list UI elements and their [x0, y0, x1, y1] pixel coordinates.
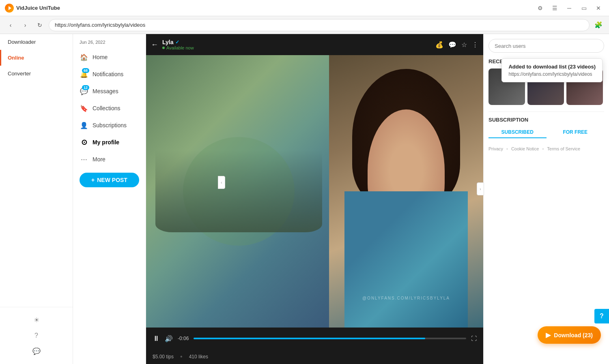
sidebar-label-converter: Converter	[8, 71, 31, 77]
volume-button[interactable]: 🔊	[165, 335, 173, 343]
sidebar-bottom: ☀ ? 💬	[0, 307, 73, 364]
collapse-sidebar-button[interactable]: ‹	[218, 176, 225, 189]
of-nav-subscriptions[interactable]: 👤 Subscriptions	[73, 117, 146, 134]
nav-refresh-button[interactable]: ↻	[34, 19, 45, 31]
collections-icon: 🔖	[80, 104, 88, 113]
of-nav-messages[interactable]: 💬 12 Messages	[73, 83, 146, 100]
footer-privacy-link[interactable]: Privacy	[488, 146, 503, 151]
titlebar-controls: ⚙ ☰ ─ ▭ ✕	[534, 2, 604, 14]
of-nav-collections[interactable]: 🔖 Collections	[73, 100, 146, 117]
of-nav-home-label: Home	[93, 54, 108, 60]
verified-icon: ✓	[175, 39, 179, 45]
video-likes: 410 likes	[189, 354, 208, 360]
nav-back-button[interactable]: ‹	[5, 19, 16, 31]
video-header: ← Lyla ✓ Available now 💰 💬	[146, 34, 483, 55]
of-nav-my-profile-label: My profile	[93, 139, 119, 146]
messages-badge: 12	[82, 85, 89, 90]
sidebar-label-downloader: Downloader	[8, 39, 36, 45]
video-footer: $5.00 tips • 410 likes	[146, 349, 483, 364]
more-options-icon[interactable]: ⋮	[472, 41, 478, 49]
of-date: Jun 26, 2022	[73, 38, 146, 49]
titlebar: VidJuice UniTube ⚙ ☰ ─ ▭ ✕	[0, 0, 609, 16]
new-post-plus-icon: +	[91, 177, 95, 183]
search-input[interactable]	[488, 39, 604, 53]
new-post-button[interactable]: + NEW POST	[80, 173, 139, 187]
expand-right-sidebar-button[interactable]: ›	[483, 182, 484, 195]
sidebar-item-online[interactable]: Online	[0, 50, 73, 66]
of-nav-notifications-label: Notifications	[93, 71, 123, 77]
menu-button[interactable]: ☰	[549, 2, 560, 14]
fullscreen-icon[interactable]: ⛶	[471, 335, 477, 342]
of-sidebar: Jun 26, 2022 🏠 Home 🔔 68 Notifications 💬…	[73, 34, 146, 364]
help-button[interactable]: ?	[0, 328, 73, 343]
download-fab-label: Download (23)	[554, 332, 593, 338]
nav-forward-button[interactable]: ›	[19, 19, 31, 31]
browser-content: Jun 26, 2022 🏠 Home 🔔 68 Notifications 💬…	[73, 34, 609, 364]
star-icon[interactable]: ☆	[461, 41, 467, 49]
of-nav-more-label: More	[93, 156, 105, 163]
for-free-tab[interactable]: FOR FREE	[547, 127, 605, 138]
toast-title: Added to download list (23 videos)	[508, 64, 596, 70]
minimize-button[interactable]: ─	[564, 2, 575, 14]
maximize-button[interactable]: ▭	[578, 2, 590, 14]
video-header-actions: 💰 💬 ☆ ⋮	[435, 41, 478, 49]
subscriptions-icon: 👤	[80, 121, 88, 130]
extensions-button[interactable]: 🧩	[593, 19, 604, 31]
help-fab-button[interactable]: ?	[594, 309, 609, 323]
video-player-area: @ONLYFANS.COM/LYRICSBYLYLA	[146, 55, 483, 328]
sidebar-item-downloader[interactable]: Downloader	[0, 34, 73, 50]
of-main: ▶ Download 📷 0:02 🔒	[146, 34, 483, 364]
footer-terms-link[interactable]: Terms of Service	[547, 146, 580, 151]
home-icon: 🏠	[80, 53, 88, 62]
portrait-silhouette: @ONLYFANS.COM/LYRICSBYLYLA	[329, 55, 483, 328]
close-button[interactable]: ✕	[593, 2, 604, 14]
footer-dot-2: •	[542, 146, 544, 151]
video-back-button[interactable]: ←	[151, 41, 158, 49]
subscribed-tab[interactable]: SUBSCRIBED	[488, 127, 547, 138]
video-status: Available now	[162, 45, 431, 50]
download-fab-icon: ▶	[546, 331, 551, 339]
of-nav-subscriptions-label: Subscriptions	[93, 122, 127, 128]
footer-cookie-link[interactable]: Cookie Notice	[511, 146, 539, 151]
brightness-button[interactable]: ☀	[0, 312, 73, 328]
app-title: VidJuice UniTube	[16, 5, 60, 11]
video-overlay: ← Lyla ✓ Available now 💰 💬	[146, 34, 483, 364]
of-right-sidebar: RECENT SUBSCRIPTION SUBSCRIBED FOR FREE …	[483, 34, 609, 364]
progress-fill	[194, 338, 425, 339]
download-fab-button[interactable]: ▶ Download (23)	[538, 326, 601, 344]
subscription-section: SUBSCRIPTION SUBSCRIBED FOR FREE	[488, 111, 604, 138]
of-nav-my-profile[interactable]: ⊙ My profile	[73, 134, 146, 151]
chat-button[interactable]: 💬	[0, 343, 73, 359]
of-nav-messages-label: Messages	[93, 88, 118, 94]
url-bar[interactable]: https://onlyfans.com/lyricsbylyla/videos	[49, 19, 590, 31]
browserbar: ‹ › ↻ https://onlyfans.com/lyricsbylyla/…	[0, 16, 609, 34]
app-logo: VidJuice UniTube	[5, 4, 60, 13]
sidebar-item-converter[interactable]: Converter	[0, 66, 73, 81]
video-background: @ONLYFANS.COM/LYRICSBYLYLA	[146, 55, 483, 328]
main-layout: Downloader Online Converter ☀ ? 💬 Jun 26…	[0, 34, 609, 364]
tip-icon[interactable]: 💰	[435, 41, 443, 49]
video-username: Lyla ✓	[162, 39, 431, 45]
of-nav-collections-label: Collections	[93, 105, 120, 111]
username-text: Lyla	[162, 39, 174, 45]
of-nav-notifications[interactable]: 🔔 68 Notifications	[73, 66, 146, 83]
sidebar-label-online: Online	[8, 55, 24, 61]
toast-url: https://onlyfans.com/lyricsbylyla/videos	[508, 71, 596, 77]
of-nav-more[interactable]: ⋯ More	[73, 151, 146, 168]
settings-button[interactable]: ⚙	[534, 2, 546, 14]
footer-dot-1: •	[506, 146, 508, 151]
video-user-info: Lyla ✓ Available now	[162, 39, 431, 50]
subscription-title: SUBSCRIPTION	[488, 117, 604, 123]
time-display: -0:06	[178, 336, 189, 341]
footer-links: Privacy • Cookie Notice • Terms of Servi…	[488, 146, 604, 151]
new-post-label: NEW POST	[97, 177, 127, 183]
status-text: Available now	[166, 45, 194, 50]
toast-notification: Added to download list (23 videos) https…	[501, 58, 603, 82]
my-profile-icon: ⊙	[80, 138, 88, 147]
message-icon[interactable]: 💬	[448, 41, 456, 49]
svg-marker-0	[9, 6, 11, 10]
progress-bar[interactable]	[194, 338, 466, 339]
play-pause-button[interactable]: ⏸	[153, 334, 160, 343]
of-nav-home[interactable]: 🏠 Home	[73, 49, 146, 66]
app-logo-icon	[5, 4, 14, 13]
